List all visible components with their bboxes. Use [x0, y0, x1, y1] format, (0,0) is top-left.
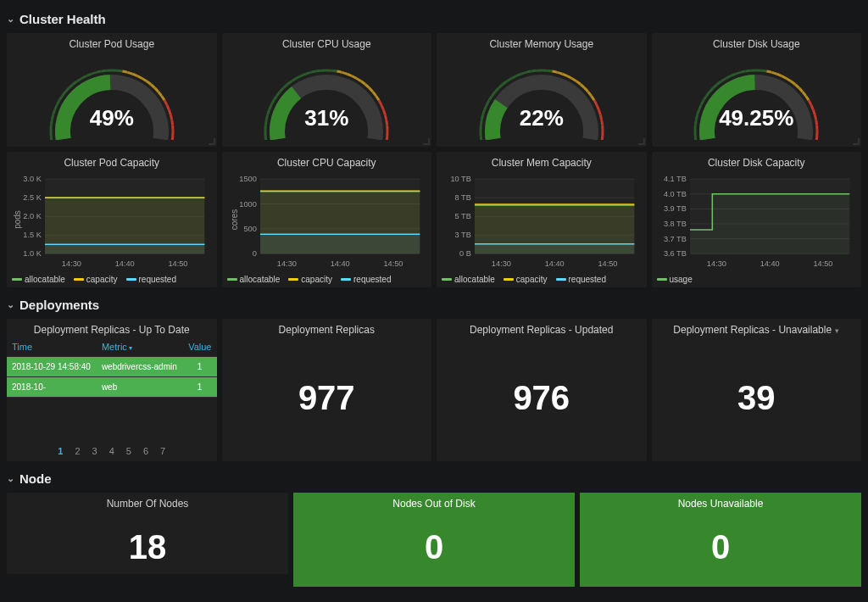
section-title: Deployments [19, 298, 99, 312]
svg-rect-18 [45, 244, 204, 254]
deployment-table: Time Metric▾ Value 2018-10-29 14:58:40we… [7, 337, 217, 398]
legend-item[interactable]: allocatable [227, 275, 281, 284]
svg-text:14:30: 14:30 [62, 259, 81, 268]
gauge-value: 49% [90, 105, 134, 131]
legend-item[interactable]: capacity [504, 275, 548, 284]
legend-label: capacity [86, 275, 118, 284]
col-value[interactable]: Value [183, 337, 217, 357]
gauge-body: 49.25% [652, 52, 862, 147]
chart-panel[interactable]: Cluster Disk Capacity 3.6 TB3.7 TB3.8 TB… [652, 152, 862, 287]
gauge-panel[interactable]: Cluster Pod Usage 49% [7, 33, 217, 147]
legend-item[interactable]: allocatable [442, 275, 495, 284]
pager-page[interactable]: 5 [126, 446, 131, 456]
gauge-body: 22% [437, 52, 647, 147]
section-header-node[interactable]: ⌄ Node [7, 466, 861, 493]
panel-title: Cluster Disk Usage [652, 33, 862, 52]
chart-panel[interactable]: Cluster CPU Capacity cores 0500100015001… [222, 152, 432, 287]
svg-text:3.9 TB: 3.9 TB [663, 204, 686, 213]
section-header-cluster-health[interactable]: ⌄ Cluster Health [7, 7, 861, 33]
cell-value: 1 [183, 357, 217, 377]
chart-panel[interactable]: Cluster Pod Capacity pods 1.0 K1.5 K2.0 … [7, 152, 217, 287]
legend-item[interactable]: requested [341, 275, 391, 284]
svg-text:1.5 K: 1.5 K [23, 231, 42, 239]
svg-text:14:30: 14:30 [706, 259, 726, 268]
legend-item[interactable]: allocatable [12, 275, 65, 284]
chart-body: 3.6 TB3.7 TB3.8 TB3.9 TB4.0 TB4.1 TB14:3… [652, 170, 862, 273]
svg-text:1500: 1500 [239, 175, 256, 183]
cell-time: 2018-10- [7, 377, 97, 398]
pager: 1234567 [7, 441, 217, 461]
panel-title: Cluster Pod Usage [7, 33, 217, 52]
svg-text:1000: 1000 [239, 200, 256, 209]
chevron-down-icon: ⌄ [7, 299, 14, 310]
panel-title: Cluster CPU Usage [222, 33, 432, 52]
svg-text:14:30: 14:30 [492, 259, 511, 268]
table-panel[interactable]: Deployment Replicas - Up To Date Time Me… [7, 319, 217, 461]
sort-caret-icon: ▾ [129, 344, 132, 352]
svg-text:8 TB: 8 TB [455, 193, 471, 202]
legend-item[interactable]: usage [657, 275, 693, 284]
pager-page[interactable]: 7 [160, 446, 165, 456]
pager-page[interactable]: 2 [75, 446, 80, 456]
gauge-value: 22% [520, 105, 564, 131]
svg-text:1.0 K: 1.0 K [23, 249, 42, 258]
gauge-panel[interactable]: Cluster Disk Usage 49.25% [652, 33, 862, 147]
stat-value: 0 [580, 511, 861, 587]
legend-item[interactable]: requested [126, 275, 176, 284]
table-row[interactable]: 2018-10-29 14:58:40webdrivercss-admin1 [7, 357, 217, 377]
gauge-body: 49% [7, 52, 217, 147]
table-row[interactable]: 2018-10-web1 [7, 377, 217, 398]
col-time[interactable]: Time [7, 337, 97, 357]
col-metric[interactable]: Metric▾ [97, 337, 183, 357]
pager-page[interactable]: 3 [92, 446, 97, 456]
stat-panel[interactable]: Deployment Replicas - Unavailable▾ 39 [652, 319, 862, 461]
stat-panel[interactable]: Deployment Replicas - Updated 976 [437, 319, 647, 461]
cell-value: 1 [183, 377, 217, 398]
svg-text:14:50: 14:50 [383, 259, 403, 268]
stat-panel[interactable]: Deployment Replicas 977 [222, 319, 432, 461]
stat-panel[interactable]: Nodes Out of Disk 0 [293, 493, 575, 574]
panel-title: Cluster Disk Capacity [652, 152, 862, 170]
legend: allocatablecapacityrequested [437, 273, 647, 287]
section-title: Cluster Health [19, 12, 106, 26]
panel-title: Deployment Replicas - Up To Date [7, 319, 217, 337]
stat-panel[interactable]: Number Of Nodes 18 [7, 493, 288, 574]
resize-handle-icon[interactable] [853, 138, 860, 145]
chevron-down-icon: ⌄ [7, 473, 14, 484]
gauge-panel[interactable]: Cluster CPU Usage 31% [222, 33, 432, 147]
gauge-panel[interactable]: Cluster Memory Usage 22% [437, 33, 647, 147]
chevron-down-icon[interactable]: ▾ [835, 326, 839, 335]
pager-page[interactable]: 4 [109, 446, 114, 456]
resize-handle-icon[interactable] [423, 138, 430, 145]
panel-title: Deployment Replicas - Updated [437, 319, 647, 337]
legend-label: allocatable [454, 275, 495, 284]
svg-text:3.7 TB: 3.7 TB [663, 235, 686, 243]
svg-text:5 TB: 5 TB [455, 212, 471, 220]
svg-text:14:40: 14:40 [760, 259, 779, 268]
section-header-deployments[interactable]: ⌄ Deployments [7, 293, 861, 319]
legend-label: capacity [301, 275, 332, 284]
resize-handle-icon[interactable] [638, 138, 645, 145]
legend-item[interactable]: capacity [288, 275, 332, 284]
panel-title: Cluster CPU Capacity [222, 152, 432, 170]
svg-rect-36 [259, 234, 419, 254]
legend: allocatablecapacityrequested [222, 273, 432, 287]
svg-text:3.0 K: 3.0 K [23, 175, 42, 183]
legend-item[interactable]: requested [556, 275, 606, 284]
legend-label: allocatable [25, 275, 65, 284]
y-axis-label: cores [229, 209, 238, 230]
stat-value: 0 [293, 511, 575, 587]
pager-page[interactable]: 6 [143, 446, 148, 456]
legend-label: requested [569, 275, 606, 284]
legend-item[interactable]: capacity [74, 275, 118, 284]
legend-label: capacity [516, 275, 548, 284]
resize-handle-icon[interactable] [209, 138, 215, 145]
chevron-down-icon: ⌄ [7, 14, 14, 25]
svg-text:14:50: 14:50 [598, 259, 617, 268]
chart-panel[interactable]: Cluster Mem Capacity 0 B3 TB5 TB8 TB10 T… [437, 152, 647, 287]
panel-title: Deployment Replicas [222, 319, 432, 337]
stat-value: 976 [437, 337, 647, 461]
stat-panel[interactable]: Nodes Unavailable 0 [580, 493, 861, 574]
svg-text:0: 0 [252, 249, 256, 258]
pager-page[interactable]: 1 [58, 446, 63, 456]
